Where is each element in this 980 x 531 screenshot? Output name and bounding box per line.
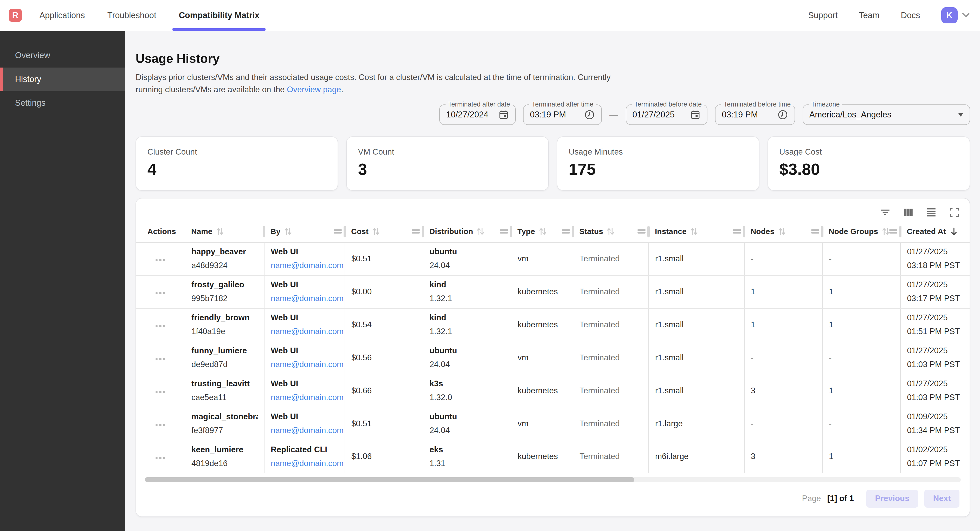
row-actions-menu-button[interactable]: [153, 355, 167, 363]
column-resize-handle[interactable]: [263, 226, 265, 237]
replicated-logo[interactable]: R: [9, 9, 22, 22]
created-at-cell: 01/27/2025 01:03 PM PST: [900, 341, 970, 374]
column-header-by[interactable]: By: [264, 221, 345, 243]
row-actions-menu-button[interactable]: [153, 422, 167, 429]
row-actions-menu-button[interactable]: [153, 454, 167, 462]
terminated-after-time-field[interactable]: Terminated after time 03:19 PM: [523, 105, 602, 125]
created-time: 03:18 PM PST: [907, 261, 964, 270]
column-drag-handle[interactable]: [733, 228, 741, 234]
sidebar-item-settings[interactable]: Settings: [0, 91, 125, 115]
nodes-value: 3: [751, 386, 816, 396]
column-drag-handle[interactable]: [334, 228, 342, 234]
clock-icon[interactable]: [584, 109, 595, 120]
column-header-cost[interactable]: Cost: [345, 221, 423, 243]
created-by-email-link[interactable]: name@domain.com: [271, 293, 338, 303]
scrollbar-thumb[interactable]: [145, 477, 634, 482]
dropdown-arrow-icon[interactable]: [958, 113, 963, 117]
column-header-distribution[interactable]: Distribution: [423, 221, 511, 243]
nav-item-docs[interactable]: Docs: [900, 11, 920, 20]
node-groups-cell: -: [822, 243, 900, 275]
column-header-name[interactable]: Name: [185, 221, 264, 243]
summary-cards: Cluster Count 4 VM Count 3 Usage Minutes…: [135, 136, 970, 191]
sort-icon: [690, 227, 698, 236]
terminated-before-date-field[interactable]: Terminated before date 01/27/2025: [626, 105, 708, 125]
next-page-button[interactable]: Next: [924, 490, 959, 508]
column-header-nodes[interactable]: Nodes: [745, 221, 822, 243]
overview-page-link[interactable]: Overview page: [287, 85, 341, 94]
instance-value: r1.small: [655, 254, 738, 264]
created-by-email-link[interactable]: name@domain.com: [271, 327, 338, 336]
distribution-cell: ubuntu 24.04: [423, 407, 511, 440]
filter-icon[interactable]: [879, 206, 891, 219]
row-actions-menu-button[interactable]: [153, 289, 167, 297]
created-by-email-link[interactable]: name@domain.com: [271, 360, 338, 369]
column-header-node-groups[interactable]: Node Groups: [822, 221, 900, 243]
column-resize-handle[interactable]: [572, 226, 574, 237]
column-drag-handle[interactable]: [638, 228, 646, 234]
column-header-instance[interactable]: Instance: [649, 221, 745, 243]
nav-item-troubleshoot[interactable]: Troubleshoot: [107, 0, 156, 31]
row-actions-menu-button[interactable]: [153, 388, 167, 396]
terminated-after-date-field[interactable]: Terminated after date 10/27/2024: [439, 105, 515, 125]
calendar-icon[interactable]: [498, 109, 509, 120]
timezone-select[interactable]: Timezone America/Los_Angeles: [803, 105, 970, 125]
column-resize-handle[interactable]: [821, 226, 823, 237]
row-actions-menu-button[interactable]: [153, 257, 167, 264]
calendar-icon[interactable]: [690, 109, 701, 120]
sidebar-item-history[interactable]: History: [0, 68, 125, 91]
nav-item-team[interactable]: Team: [859, 11, 879, 20]
ellipsis-icon: [156, 259, 158, 261]
field-label: Timezone: [808, 101, 842, 108]
column-drag-handle[interactable]: [889, 228, 897, 234]
instance-value: r1.small: [655, 353, 738, 363]
column-drag-handle[interactable]: [500, 228, 508, 234]
created-by-email-link[interactable]: name@domain.com: [271, 261, 338, 270]
created-at-cell: 01/02/2025 01:07 PM PST: [900, 440, 970, 473]
fullscreen-icon[interactable]: [948, 206, 961, 219]
clock-icon[interactable]: [777, 109, 788, 120]
created-time: 01:07 PM PST: [907, 458, 964, 468]
row-actions-menu-button[interactable]: [153, 322, 167, 330]
actions-cell: [136, 374, 185, 407]
column-header-created-at[interactable]: Created At: [900, 221, 970, 243]
type-value: kubernetes: [517, 287, 566, 297]
column-resize-handle[interactable]: [344, 226, 346, 237]
sidebar-item-overview[interactable]: Overview: [0, 44, 125, 67]
distribution-name: kind: [430, 313, 504, 323]
column-header-type[interactable]: Type: [511, 221, 573, 243]
chevron-down-icon[interactable]: [962, 13, 970, 18]
terminated-before-time-field[interactable]: Terminated before time 03:19 PM: [715, 105, 795, 125]
column-drag-handle[interactable]: [562, 228, 570, 234]
nav-item-compatibility-matrix[interactable]: Compatibility Matrix: [179, 0, 259, 31]
node-groups-value: 1: [829, 386, 894, 396]
column-resize-handle[interactable]: [743, 226, 745, 237]
density-icon[interactable]: [925, 206, 938, 219]
created-by-email-link[interactable]: name@domain.com: [271, 458, 338, 468]
created-by-email-link[interactable]: name@domain.com: [271, 393, 338, 403]
field-value: 10/27/2024: [446, 110, 493, 119]
cost-cell: $0.54: [345, 308, 423, 341]
distribution-cell: kind 1.32.1: [423, 275, 511, 308]
column-resize-handle[interactable]: [899, 226, 902, 237]
previous-page-button[interactable]: Previous: [866, 490, 918, 508]
column-resize-handle[interactable]: [422, 226, 424, 237]
ellipsis-icon: [156, 358, 158, 360]
column-drag-handle[interactable]: [811, 228, 819, 234]
nodes-value: -: [751, 254, 816, 264]
distribution-name: ubuntu: [430, 412, 504, 422]
nodes-cell: -: [745, 407, 822, 440]
by-cell: Web UI name@domain.com: [264, 275, 345, 308]
user-menu[interactable]: K: [941, 7, 970, 24]
distribution-version: 1.32.1: [430, 327, 504, 336]
created-by-source: Web UI: [271, 379, 338, 388]
nav-item-support[interactable]: Support: [808, 11, 838, 20]
avatar[interactable]: K: [941, 7, 958, 24]
show-hide-columns-icon[interactable]: [902, 206, 915, 219]
column-resize-handle[interactable]: [510, 226, 512, 237]
type-cell: vm: [511, 341, 573, 374]
created-by-email-link[interactable]: name@domain.com: [271, 426, 338, 435]
nav-item-applications[interactable]: Applications: [39, 0, 85, 31]
column-drag-handle[interactable]: [412, 228, 420, 234]
column-header-status[interactable]: Status: [573, 221, 649, 243]
column-resize-handle[interactable]: [648, 226, 649, 237]
